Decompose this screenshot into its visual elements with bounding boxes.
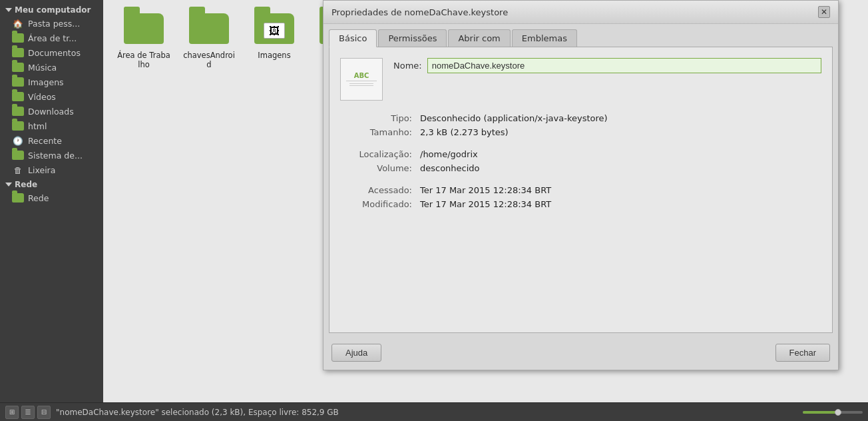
folder-icon [12,62,24,73]
sidebar-item-label: Recente [28,136,62,146]
props-val-tamanho: 2,3 kB (2.273 bytes) [420,127,509,137]
props-val-volume: desconhecido [420,163,480,173]
home-icon: 🏠 [12,18,24,29]
props-row-modificado: Modificado: Ter 17 Mar 2015 12:28:34 BRT [340,197,821,211]
main-content: Área de Trabalho chavesAndroid 🖼 [103,0,868,402]
dialog-titlebar: Propriedades de nomeDaChave.keystore ✕ [324,1,838,24]
network-icon [12,193,24,203]
sidebar-section-my-computer: Meu computador [0,3,103,16]
sidebar-section-label: Meu computador [15,5,91,15]
dialog-title: Propriedades de nomeDaChave.keystore [331,7,508,17]
slider-thumb[interactable] [835,409,841,416]
sidebar-item-sistema[interactable]: Sistema de... [0,148,103,163]
tab-permissoes[interactable]: Permissões [378,29,447,47]
props-row-localizacao: Localização: /home/godrix [340,147,821,161]
sidebar-item-lixeira[interactable]: 🗑 Lixeira [0,163,103,177]
collapse-triangle-icon [5,8,12,12]
dialog-body: Básico Permissões Abrir com Emblemas ABC [324,24,838,338]
file-icon-large: ABC [340,58,383,101]
sidebar-section-network: Rede [0,177,103,191]
file-manager: Meu computador 🏠 Pasta pess... Área de t… [0,0,868,402]
statusbar-text: "nomeDaChave.keystore" selecionado (2,3 … [56,408,797,417]
props-key-modificado: Modificado: [340,199,420,209]
name-input[interactable] [427,58,821,73]
statusbar-icons: ⊞ ☰ ⊟ [5,406,51,419]
file-item-chavesandroid[interactable]: chavesAndroid [179,11,239,77]
dialog-close-button[interactable]: ✕ [818,6,830,18]
tab-emblemas[interactable]: Emblemas [512,29,577,47]
sidebar-item-imagens[interactable]: Imagens [0,75,103,89]
sidebar-item-area-de-trabalho[interactable]: Área de tr... [0,31,103,45]
sidebar-section-label: Rede [15,180,37,189]
props-row-acessado: Acessado: Ter 17 Mar 2015 12:28:34 BRT [340,183,821,197]
props-key-acessado: Acessado: [340,185,420,195]
help-button[interactable]: Ajuda [331,344,381,362]
sidebar-item-label: Área de tr... [28,33,77,43]
props-row-tamanho: Tamanho: 2,3 kB (2.273 bytes) [340,125,821,139]
statusbar: ⊞ ☰ ⊟ "nomeDaChave.keystore" selecionado… [0,402,868,421]
file-label: Imagens [258,51,290,60]
collapse-triangle-icon [5,183,12,187]
slider-fill [803,411,836,414]
folder-icon [12,77,24,87]
sidebar-item-label: Downloads [28,107,74,117]
sidebar-item-pasta-pessoal[interactable]: 🏠 Pasta pess... [0,16,103,31]
folder-icon [12,121,24,131]
props-val-localizacao: /home/godrix [420,149,478,159]
close-button[interactable]: Fechar [775,344,830,362]
sidebar-item-label: Pasta pess... [28,19,80,29]
statusbar-icon-1[interactable]: ⊞ [5,406,19,419]
props-val-modificado: Ter 17 Mar 2015 12:28:34 BRT [420,199,551,209]
sidebar-item-label: html [28,121,47,131]
folder-icon [12,33,24,43]
props-key-localizacao: Localização: [340,149,420,159]
tab-basico[interactable]: Básico [329,29,377,47]
props-key-tipo: Tipo: [340,113,420,123]
dialog-footer: Ajuda Fechar [324,338,838,370]
props-val-acessado: Ter 17 Mar 2015 12:28:34 BRT [420,185,551,195]
sidebar-item-html[interactable]: html [0,119,103,133]
tab-abrir-com[interactable]: Abrir com [448,29,510,47]
statusbar-icon-3[interactable]: ⊟ [37,406,51,419]
tab-content-basico: ABC Nome: Tipo: [329,47,833,333]
file-item-area-de-trabalho[interactable]: Área de Trabalho [114,11,174,77]
sidebar-item-documentos[interactable]: Documentos [0,45,103,60]
sidebar-item-rede[interactable]: Rede [0,191,103,205]
sidebar-item-label: Documentos [28,48,81,58]
trash-icon: 🗑 [12,165,24,175]
sidebar: Meu computador 🏠 Pasta pess... Área de t… [0,0,103,402]
props-val-tipo: Desconhecido (application/x-java-keystor… [420,113,608,123]
sidebar-item-videos[interactable]: Vídeos [0,89,103,104]
file-item-imagens[interactable]: 🖼 Imagens [244,11,304,77]
sidebar-item-label: Vídeos [28,92,56,102]
props-row-tipo: Tipo: Desconhecido (application/x-java-k… [340,111,821,125]
sidebar-item-recente[interactable]: 🕐 Recente [0,133,103,148]
folder-icon [12,91,24,102]
sidebar-item-label: Música [28,63,57,73]
sidebar-item-label: Lixeira [28,165,55,175]
file-label: Área de Trabalho [116,51,171,69]
props-key-volume: Volume: [340,163,420,173]
zoom-slider[interactable] [803,411,863,414]
sidebar-item-musica[interactable]: Música [0,60,103,75]
folder-icon [12,47,24,58]
props-key-tamanho: Tamanho: [340,127,420,137]
sidebar-item-downloads[interactable]: Downloads [0,104,103,119]
sidebar-item-label: Rede [28,193,49,203]
statusbar-icon-2[interactable]: ☰ [21,406,35,419]
folder-icon [12,106,24,117]
slider-track [803,411,863,414]
props-header: ABC Nome: [340,58,821,101]
tab-bar: Básico Permissões Abrir com Emblemas [329,29,833,47]
clock-icon: 🕐 [12,135,24,146]
name-row: Nome: [393,58,821,73]
folder-icon [12,150,24,161]
props-table: Tipo: Desconhecido (application/x-java-k… [340,111,821,211]
sidebar-item-label: Imagens [28,77,64,87]
properties-dialog: Propriedades de nomeDaChave.keystore ✕ B… [323,0,839,370]
file-label: chavesAndroid [182,51,236,69]
props-row-volume: Volume: desconhecido [340,161,821,175]
name-label: Nome: [393,61,422,71]
sidebar-item-label: Sistema de... [28,151,83,161]
